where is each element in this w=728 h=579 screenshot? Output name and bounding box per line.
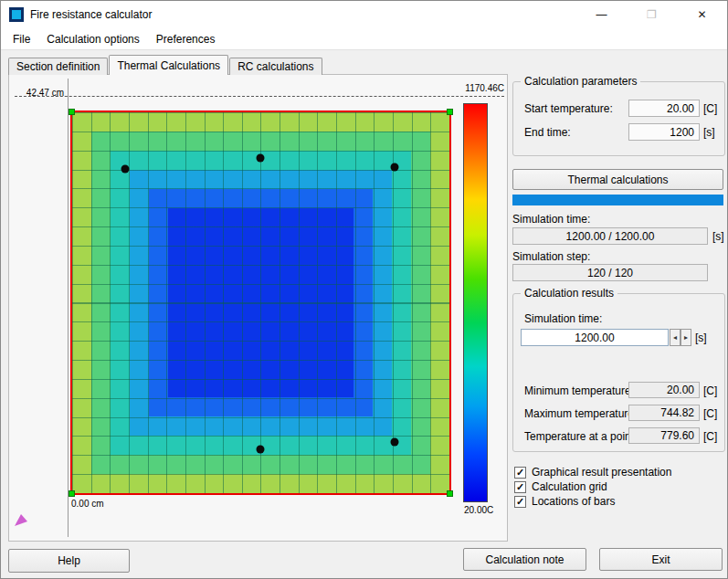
corner-handle <box>69 109 75 115</box>
simulation-time-status-unit: [s] <box>712 230 724 243</box>
group-calculation-parameters-title: Calculation parameters <box>521 75 640 88</box>
rebar-dot <box>257 446 265 454</box>
calculation-note-button[interactable]: Calculation note <box>463 548 586 571</box>
color-scale <box>463 103 488 502</box>
minimum-temperature-label: Minimum temperature: <box>524 384 634 397</box>
tab-rc-calculations[interactable]: RC calculations <box>229 58 322 75</box>
corner-handle <box>447 490 453 497</box>
tab-strip: Section definition Thermal Calculations … <box>8 55 323 75</box>
max-height-dashed-line <box>15 96 504 97</box>
end-time-field[interactable]: 1200 <box>628 123 700 141</box>
minimum-temperature-field: 20.00 <box>628 382 700 398</box>
scale-max-label: 1170.46C <box>433 83 504 93</box>
checkbox-label: Graphical result presentation <box>532 466 671 479</box>
maximize-button: ❐ <box>627 1 677 28</box>
end-time-label: End time: <box>524 126 571 139</box>
simulation-step-label: Simulation step: <box>512 250 590 263</box>
rebar-dot <box>257 154 265 163</box>
checkbox-box[interactable]: ✓ <box>514 496 526 508</box>
checkbox-label: Calculation grid <box>532 480 607 493</box>
group-calculation-parameters: Calculation parameters Start temperature… <box>512 81 725 156</box>
y-axis-line <box>68 79 69 537</box>
corner-handle <box>69 490 75 497</box>
maximum-temperature-unit: [C] <box>703 407 717 420</box>
simulation-time-status-label: Simulation time: <box>512 213 590 226</box>
group-calculation-results-title: Calculation results <box>521 287 617 300</box>
rebar-dot <box>391 438 399 447</box>
section-heatmap[interactable] <box>70 111 451 495</box>
simulation-step-field: 120 / 120 <box>512 264 708 281</box>
point-temperature-unit: [C] <box>703 430 717 443</box>
progress-fill <box>512 195 723 205</box>
point-temperature-label: Temperature at a point: <box>524 430 637 443</box>
tab-section-definition[interactable]: Section definition <box>8 58 108 75</box>
menu-file[interactable]: File <box>5 30 38 48</box>
minimize-button[interactable]: — <box>576 1 627 28</box>
start-temperature-label: Start temperature: <box>524 102 613 115</box>
group-calculation-results: Calculation results Simulation time: 120… <box>512 293 725 452</box>
checkbox-locations-of-bars[interactable]: ✓ Locations of bars <box>514 495 615 508</box>
rebar-dot <box>391 163 399 172</box>
start-temperature-unit: [C] <box>703 102 717 115</box>
rebar-layer <box>72 112 449 493</box>
axis-max-label: 42.47 cm <box>16 88 64 98</box>
title-bar: Fire resistance calculator — ❐ ✕ <box>1 1 727 28</box>
minimum-temperature-unit: [C] <box>703 384 717 397</box>
scale-min-label: 20.00C <box>464 505 493 515</box>
simulation-time-status-field: 1200.00 / 1200.00 <box>512 227 708 245</box>
menu-bar: File Calculation options Preferences <box>1 28 727 50</box>
help-button[interactable]: Help <box>8 549 130 573</box>
point-temperature-field: 779.60 <box>628 427 700 444</box>
menu-preferences[interactable]: Preferences <box>148 30 224 48</box>
checkbox-box[interactable]: ✓ <box>514 481 526 493</box>
tab-thermal-calculations[interactable]: Thermal Calculations <box>109 55 228 75</box>
result-sim-time-unit: [s] <box>695 332 707 344</box>
progress-bar <box>512 195 723 205</box>
result-sim-time-input[interactable]: 1200.00 <box>521 329 669 346</box>
exit-button[interactable]: Exit <box>599 548 723 571</box>
checkbox-box[interactable]: ✓ <box>514 467 526 479</box>
maximum-temperature-field: 744.82 <box>628 405 700 421</box>
plot-panel: 42.47 cm 0.00 cm <box>8 74 508 542</box>
maximum-temperature-label: Maximum temperature: <box>524 407 637 420</box>
checkbox-graphical-result[interactable]: ✓ Graphical result presentation <box>514 466 671 479</box>
rebar-dot <box>121 165 130 174</box>
menu-calculation-options[interactable]: Calculation options <box>38 30 147 48</box>
window-title: Fire resistance calculator <box>30 1 152 28</box>
app-icon <box>9 7 24 22</box>
thermal-calculations-button[interactable]: Thermal calculations <box>512 169 723 190</box>
sim-time-spinner-right[interactable]: ▸ <box>681 329 691 346</box>
end-time-unit: [s] <box>703 126 715 139</box>
checkbox-label: Locations of bars <box>532 495 615 508</box>
sim-time-spinner-left[interactable]: ◂ <box>670 329 681 346</box>
axis-origin-label: 0.00 cm <box>71 499 104 509</box>
app-window: Fire resistance calculator — ❐ ✕ File Ca… <box>0 0 728 579</box>
window-controls: — ❐ ✕ <box>576 1 727 28</box>
corner-handle <box>447 109 453 115</box>
start-temperature-field[interactable]: 20.00 <box>628 100 700 117</box>
checkbox-calculation-grid[interactable]: ✓ Calculation grid <box>514 480 607 493</box>
close-button[interactable]: ✕ <box>677 1 727 28</box>
result-sim-time-label: Simulation time: <box>524 312 602 325</box>
pointer-icon <box>13 511 29 528</box>
